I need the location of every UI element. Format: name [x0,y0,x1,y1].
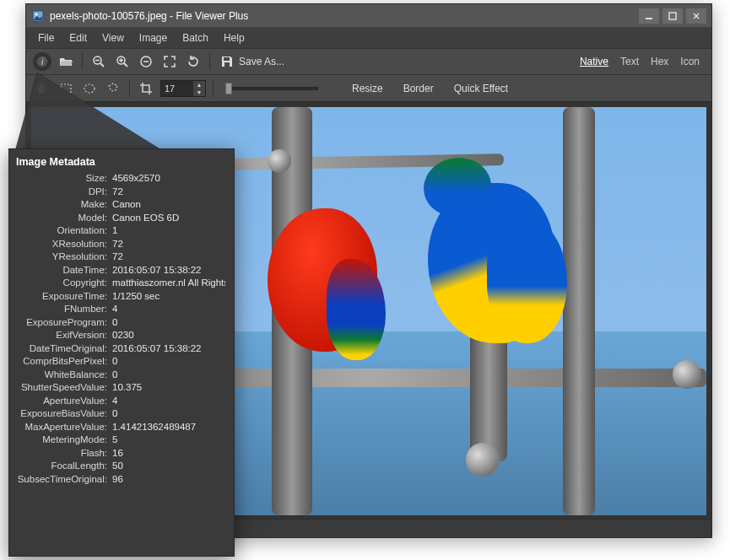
meta-value: 50 [112,460,225,471]
app-icon [31,9,45,23]
crop-size-stepper[interactable]: ▲ ▼ [160,80,206,97]
meta-key: ShutterSpeedValue: [16,382,107,392]
zoom-out-icon[interactable] [89,52,108,71]
marquee-ellipse-icon[interactable] [80,79,99,98]
stepper-up-icon[interactable]: ▲ [193,81,205,89]
meta-value: 1.41421362489487 [112,422,225,432]
svg-rect-2 [646,18,652,19]
view-mode-hex[interactable]: Hex [646,54,673,69]
toolbar-image: ▲ ▼ ResizeBorderQuick Effect [26,75,711,102]
svg-rect-16 [224,62,230,67]
meta-value: 72 [112,251,225,261]
menu-batch[interactable]: Batch [176,30,215,46]
meta-value: 2016:05:07 15:38:22 [112,265,225,275]
titlebar: pexels-photo-100576.jpeg - File Viewer P… [26,4,711,28]
meta-value: 0 [112,317,225,327]
svg-rect-15 [224,57,230,61]
meta-key: Flash: [16,448,107,458]
action-border[interactable]: Border [397,81,441,96]
save-as-button[interactable]: Save As... [217,53,288,70]
meta-key: FNumber: [16,304,107,314]
svg-rect-3 [669,13,676,19]
action-resize[interactable]: Resize [345,81,390,96]
meta-value: 2016:05:07 15:38:22 [112,343,225,353]
meta-key: SubsecTimeOriginal: [16,474,107,484]
meta-value: 1/1250 sec [112,291,225,301]
menu-edit[interactable]: Edit [62,30,94,46]
meta-key: Make: [16,199,107,209]
marquee-rect-icon[interactable] [57,79,75,98]
zoom-in-icon[interactable] [113,52,132,71]
meta-value: 5 [112,434,225,444]
lasso-icon[interactable] [104,79,122,98]
menu-image[interactable]: Image [132,30,174,46]
meta-key: DateTime: [16,265,107,275]
meta-key: ExifVersion: [16,330,107,340]
hand-tool-icon[interactable] [33,79,51,98]
meta-value: 72 [112,239,225,249]
menu-view[interactable]: View [95,30,131,46]
meta-key: ExposureTime: [16,291,107,301]
view-mode-text[interactable]: Text [615,54,644,69]
toolbar-separator [82,53,83,70]
rotate-icon[interactable] [184,52,203,71]
toolbar-separator [213,80,214,97]
meta-key: MeteringMode: [16,434,107,444]
view-mode-icon[interactable]: Icon [675,54,705,69]
meta-key: ApertureValue: [16,396,107,406]
window-controls [639,8,706,24]
meta-key: WhiteBalance: [16,369,107,380]
meta-key: YResolution: [16,251,107,261]
meta-value: 0 [112,408,225,418]
svg-point-18 [84,84,95,93]
metadata-list: Size:4569x2570DPI:72Make:CanonModel:Cano… [16,173,225,484]
meta-key: Orientation: [16,225,107,235]
meta-value: 0230 [112,330,225,340]
meta-value: 4 [112,396,225,406]
meta-key: ExposureProgram: [16,317,107,327]
meta-key: XResolution: [16,239,107,249]
meta-value: 72 [112,186,225,197]
zoom-reset-icon[interactable] [137,52,155,71]
menu-file[interactable]: File [31,30,61,46]
save-as-label: Save As... [239,56,284,67]
info-icon[interactable]: i [33,52,51,71]
svg-rect-17 [61,84,71,93]
view-mode-tabs: NativeTextHexIcon [575,54,705,69]
meta-value: Canon EOS 6D [112,213,225,223]
action-quick-effect[interactable]: Quick Effect [447,81,515,96]
window-title: pexels-photo-100576.jpeg - File Viewer P… [50,10,639,22]
open-folder-icon[interactable] [57,52,75,71]
maximize-button[interactable] [662,8,683,24]
meta-key: FocalLength: [16,460,107,471]
metadata-heading: Image Metadata [16,156,225,168]
meta-value: 4 [112,304,225,314]
close-button[interactable] [686,8,706,24]
stepper-down-icon[interactable]: ▼ [193,89,205,96]
toolbar-main: i Save As... NativeTextHexIcon [26,48,711,75]
meta-key: DateTimeOriginal: [16,343,107,353]
meta-value: 10.375 [112,382,225,392]
zoom-slider-thumb[interactable] [225,83,232,94]
svg-line-10 [124,63,127,67]
crop-icon[interactable] [137,79,155,98]
meta-value: matthiaszomer.nl All Rights Res [112,277,225,288]
menu-help[interactable]: Help [217,30,251,46]
meta-value: 96 [112,474,225,484]
meta-value: 0 [112,356,225,366]
fullscreen-icon[interactable] [160,52,179,71]
meta-key: ExposureBiasValue: [16,408,107,418]
minimize-button[interactable] [639,8,659,24]
zoom-slider[interactable] [225,87,318,90]
meta-key: MaxApertureValue: [16,422,107,432]
meta-key: Copyright: [16,277,107,288]
toolbar-separator [129,80,130,97]
view-mode-native[interactable]: Native [575,54,614,69]
toolbar-separator [209,53,210,70]
menubar: FileEditViewImageBatchHelp [26,28,711,48]
svg-line-7 [100,63,104,67]
meta-value: 4569x2570 [112,173,225,183]
meta-key: DPI: [16,186,107,197]
svg-point-1 [35,13,38,15]
meta-value: Canon [112,199,225,209]
